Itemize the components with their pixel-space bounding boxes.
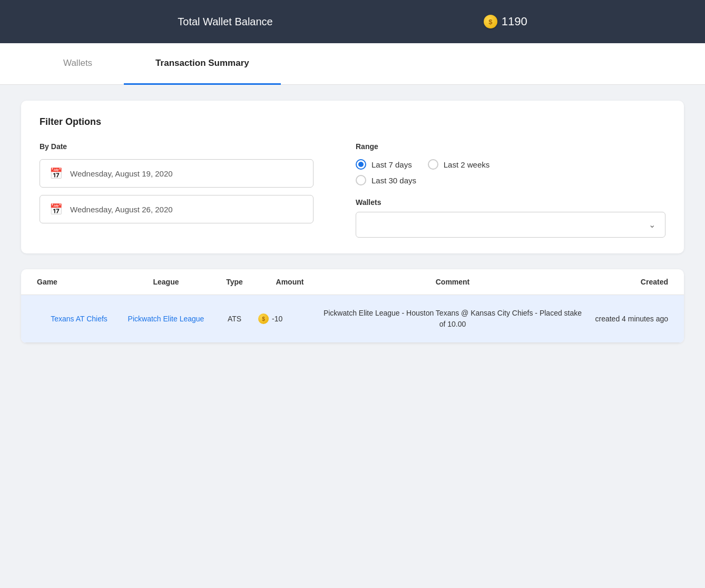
cell-league[interactable]: Pickwatch Elite League bbox=[121, 313, 211, 325]
start-date-value: Wednesday, August 19, 2020 bbox=[70, 169, 173, 178]
cell-created: created 4 minutes ago bbox=[584, 313, 668, 325]
radio-label-last2weeks: Last 2 weeks bbox=[444, 160, 490, 169]
wallets-dropdown[interactable]: ⌄ bbox=[356, 212, 665, 238]
range-row-1: Last 7 days Last 2 weeks bbox=[356, 159, 665, 170]
chevron-down-icon: ⌄ bbox=[649, 220, 655, 230]
col-header-game: Game bbox=[37, 278, 121, 286]
calendar-icon-end: 📅 bbox=[50, 203, 63, 215]
range-row-2: Last 30 days bbox=[356, 175, 665, 185]
end-date-input[interactable]: 📅 Wednesday, August 26, 2020 bbox=[40, 195, 314, 223]
radio-label-last30: Last 30 days bbox=[371, 176, 416, 185]
radio-last2weeks[interactable]: Last 2 weeks bbox=[428, 159, 490, 170]
radio-circle-last30 bbox=[356, 175, 366, 185]
wallet-header: Total Wallet Balance $ 1190 bbox=[0, 0, 705, 43]
cell-amount: $ -10 bbox=[258, 313, 321, 324]
by-date-label: By Date bbox=[40, 142, 314, 151]
filter-range-wallets: Range Last 7 days Last 2 weeks bbox=[356, 142, 665, 238]
radio-circle-last7 bbox=[356, 159, 366, 170]
range-options: Last 7 days Last 2 weeks Last 30 days bbox=[356, 159, 665, 185]
end-date-value: Wednesday, August 26, 2020 bbox=[70, 205, 173, 214]
table-row: Texans AT Chiefs Pickwatch Elite League … bbox=[21, 295, 684, 343]
start-date-input[interactable]: 📅 Wednesday, August 19, 2020 bbox=[40, 159, 314, 188]
main-content: Filter Options By Date 📅 Wednesday, Augu… bbox=[0, 85, 705, 359]
table-header: Game League Type Amount Comment Created bbox=[21, 269, 684, 295]
col-header-comment: Comment bbox=[321, 278, 584, 286]
wallet-balance-display: $ 1190 bbox=[484, 15, 527, 28]
tabs-container: Wallets Transaction Summary bbox=[0, 43, 705, 85]
col-header-league: League bbox=[121, 278, 211, 286]
wallets-filter-label: Wallets bbox=[356, 198, 665, 207]
tab-transaction-summary[interactable]: Transaction Summary bbox=[124, 43, 281, 85]
wallet-balance-value: 1190 bbox=[502, 15, 527, 28]
range-label: Range bbox=[356, 142, 665, 151]
amount-value: -10 bbox=[272, 315, 282, 323]
filter-title: Filter Options bbox=[40, 116, 665, 128]
cell-comment: Pickwatch Elite League - Houston Texans … bbox=[321, 308, 584, 330]
tab-wallets[interactable]: Wallets bbox=[32, 43, 124, 85]
radio-label-last7: Last 7 days bbox=[371, 160, 412, 169]
transactions-table: Game League Type Amount Comment Created … bbox=[21, 269, 684, 343]
coin-sm-icon: $ bbox=[258, 313, 269, 324]
filter-card: Filter Options By Date 📅 Wednesday, Augu… bbox=[21, 101, 684, 253]
wallet-balance-label: Total Wallet Balance bbox=[178, 16, 272, 28]
radio-circle-last2weeks bbox=[428, 159, 438, 170]
coin-icon: $ bbox=[484, 15, 497, 28]
filter-by-date: By Date 📅 Wednesday, August 19, 2020 📅 W… bbox=[40, 142, 314, 238]
col-header-type: Type bbox=[211, 278, 258, 286]
cell-type: ATS bbox=[211, 315, 258, 323]
col-header-created: Created bbox=[584, 278, 668, 286]
col-header-amount: Amount bbox=[258, 278, 321, 286]
calendar-icon-start: 📅 bbox=[50, 167, 63, 180]
filter-body: By Date 📅 Wednesday, August 19, 2020 📅 W… bbox=[40, 142, 665, 238]
cell-game[interactable]: Texans AT Chiefs bbox=[37, 313, 121, 325]
radio-last30days[interactable]: Last 30 days bbox=[356, 175, 416, 185]
radio-last7days[interactable]: Last 7 days bbox=[356, 159, 412, 170]
